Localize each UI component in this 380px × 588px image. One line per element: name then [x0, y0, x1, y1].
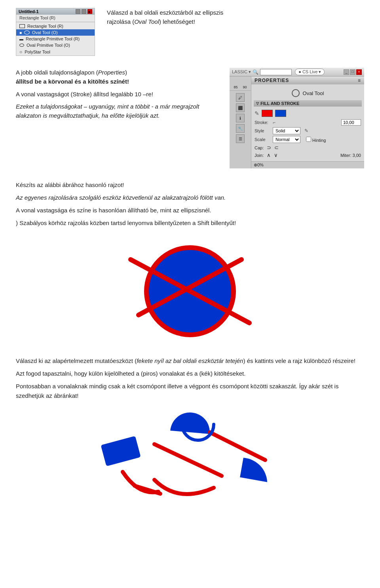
fourth-p3-text: Pontosabban a vonalaknak mindig csak a k… [16, 383, 338, 399]
fourth-text-section: Válaszd ki az alapértelmezett mutatóeszk… [16, 356, 364, 401]
toolbox-item-rect-primitive[interactable]: ▬ Rectangle Primitive Tool (R) [16, 36, 95, 42]
fill-color-red[interactable] [262, 110, 273, 117]
style-select[interactable]: Solid [273, 127, 300, 134]
properties-header: PROPERTIES ≡ [251, 76, 364, 84]
color-buttons-row: ✎ [254, 108, 362, 118]
stroke-row: Stroke: ⌐ [254, 118, 362, 126]
style-edit-icon[interactable]: ✎ [304, 128, 308, 134]
blue-arc-top [170, 411, 211, 434]
scale-row: Scale Normal Hinting [254, 135, 362, 144]
properties-title: PROPERTIES [255, 78, 289, 83]
props-p3-italic: Ezeket a tulajdonságokat – ugyanúgy, min… [16, 103, 199, 119]
third-p4: ) Szabályos körhöz rajzolás közben tarts… [16, 218, 364, 228]
cap-icon2[interactable]: ⊂ [274, 145, 279, 151]
pencil-icon: ✎ [255, 110, 259, 116]
oval-select-dot: ■ [19, 31, 22, 35]
polystar-icon: ○ [19, 49, 22, 55]
strip-tool-4[interactable]: 🔧 [236, 124, 245, 133]
fourth-p1-italic: fekete nyíl az bal oldali eszköztár tete… [137, 357, 243, 364]
deconstructed-svg [91, 409, 289, 504]
props-p1: A jobb oldali tulajdonságlapon (Properti… [16, 68, 218, 86]
third-p4-text: ) Szabályos körhöz rajzolás közben tarts… [16, 220, 236, 226]
second-section: A jobb oldali tulajdonságlapon (Properti… [16, 68, 364, 168]
zoom-value: ⊕0% [254, 162, 264, 167]
blue-rect-1 [101, 436, 141, 466]
toolbox-tab-label: Rectangle Tool (R) [19, 15, 55, 20]
bottom-illustration [16, 409, 364, 504]
toolbox-titlebar: Untitled-1 × [16, 8, 95, 15]
intro-text: Válaszd a bal oldali eszköztárból az ell… [107, 8, 364, 30]
rect-label: Rectangle Tool (R) [27, 24, 63, 29]
red-arc-bottom [154, 480, 214, 494]
oval-tool-icon [292, 89, 300, 97]
red-line-right [210, 432, 265, 460]
cap-label: Cap: [255, 145, 264, 150]
cap-round-icon[interactable]: ⊃ [267, 145, 271, 151]
stroke-corner-icon: ⌐ [273, 120, 276, 125]
props-p1-end: ) [125, 69, 127, 76]
oval-prim-icon [19, 44, 24, 47]
scale-select[interactable]: Normal [273, 136, 300, 143]
toolbox-item-oval[interactable]: ■ Oval Tool (O) [16, 29, 95, 36]
classic-label: LASSIC ▾ [232, 69, 251, 74]
main-illustration [16, 236, 364, 347]
fourth-p2: Azt fogod tapasztalni, hogy külön kijelö… [16, 369, 364, 378]
strip-tool-1[interactable]: 🖊 [236, 93, 245, 102]
stroke-value-input[interactable] [341, 119, 361, 126]
style-label: Style [255, 128, 270, 133]
panel-body: 85 90 🖊 ⬛ ℹ 🔧 ☰ PROPERTIES ≡ [230, 76, 364, 168]
top-section: Untitled-1 × Rectangle Tool (R) Rectangl… [16, 8, 364, 56]
properties-panel-wrapper: LASSIC ▾ 🔍 ● CS Live ▾ _ □ × 85 90 🖊 ⬛ [230, 68, 364, 168]
fourth-p2-text: Azt fogod tapasztalni, hogy külön kijelö… [16, 370, 245, 377]
props-p2-text: A vonal vastagságot (Stroke) állítsd leg… [16, 91, 153, 97]
props-p3: Ezeket a tulajdonságokat – ugyanúgy, min… [16, 102, 218, 120]
intro-oval-tool-italic: Oval Tool [134, 18, 159, 25]
strip-tool-3[interactable]: ℹ [236, 114, 245, 122]
third-p3: A vonal vastagsága és színe is hasonlóan… [16, 206, 364, 215]
toolbox-item-rectangle[interactable]: Rectangle Tool (R) [16, 23, 95, 29]
rect-icon [19, 24, 25, 28]
join-icon2[interactable]: ∨ [274, 152, 278, 158]
toolbox-panel: Untitled-1 × Rectangle Tool (R) Rectangl… [16, 8, 95, 56]
third-p2: Az egyenes rajzolására szolgáló eszköz k… [16, 193, 364, 202]
cs-live-btn[interactable]: ● CS Live ▾ [295, 69, 325, 75]
strip-tool-5[interactable]: ☰ [236, 134, 245, 143]
oval-label: Oval Tool (O) [32, 30, 58, 35]
miter-label-val: Miter: 3,00 [340, 153, 361, 158]
fourth-p1: Válaszd ki az alapértelmezett mutatóeszk… [16, 356, 364, 366]
red-line-center [154, 444, 222, 476]
hinting-checkbox-row: Hinting [306, 137, 326, 143]
intro-paragraph: Válaszd a bal oldali eszköztárból az ell… [107, 8, 364, 27]
join-row: Join: ∧ ∨ Miter: 3,00 [254, 151, 362, 159]
search-icon: 🔍 [253, 69, 258, 75]
properties-content: PROPERTIES ≡ Oval Tool ▽ FILL AND STROKE [251, 76, 364, 168]
join-label: Join: [255, 153, 264, 158]
join-icon1[interactable]: ∧ [267, 152, 271, 158]
hinting-checkbox[interactable] [306, 137, 311, 142]
fourth-p3: Pontosabban a vonalaknak mindig csak a k… [16, 382, 364, 401]
stroke-label: Stroke: [255, 120, 270, 125]
fill-color-blue[interactable] [275, 110, 286, 117]
ruler-90: 90 [243, 85, 247, 89]
hinting-label: Hinting [312, 138, 326, 143]
miter-label: Miter: [340, 153, 352, 158]
strip-tool-2[interactable]: ⬛ [236, 103, 245, 112]
fourth-p1-end: ) és kattints vele a rajz különböző rész… [243, 357, 355, 364]
toolbox-item-oval-primitive[interactable]: Oval Primitive Tool (O) [16, 42, 95, 48]
rect-prim-icon: ▬ [19, 37, 23, 41]
cs-live-bar: LASSIC ▾ 🔍 ● CS Live ▾ _ □ × [230, 68, 364, 76]
oval-prim-label: Oval Primitive Tool (O) [27, 43, 70, 48]
third-p1: Készíts az alábbi ábrához hasonló rajzot… [16, 180, 364, 190]
search-input[interactable] [260, 69, 292, 75]
toolbox-tab: Rectangle Tool (R) [16, 15, 95, 21]
fill-stroke-arrow: ▽ [256, 101, 259, 105]
polystar-label: PolyStar Tool [25, 50, 50, 54]
circle-lines-svg [107, 236, 273, 347]
fill-stroke-header[interactable]: ▽ FILL AND STROKE [254, 100, 362, 107]
props-menu-icon[interactable]: ≡ [358, 78, 361, 83]
oval-icon [24, 31, 30, 34]
toolbox-item-polystar[interactable]: ○ PolyStar Tool [16, 48, 95, 55]
properties-text: A jobb oldali tulajdonságlapon (Properti… [16, 68, 218, 123]
ruler-numbers: 85 90 [230, 84, 251, 91]
ruler-left: 85 90 🖊 ⬛ ℹ 🔧 ☰ [230, 76, 251, 168]
